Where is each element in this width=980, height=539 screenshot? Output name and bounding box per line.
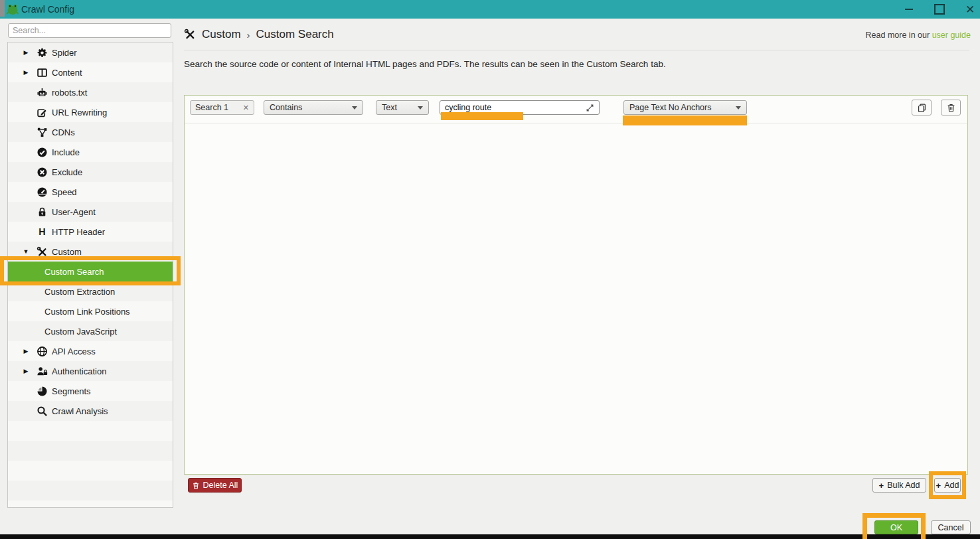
query-input[interactable]: cycling route [440,100,600,115]
plus-icon: + [879,481,884,491]
sidebar-item-segments[interactable]: Segments [8,381,173,401]
sidebar-item-label: Custom [52,247,82,257]
sidebar-item-exclude[interactable]: Exclude [8,162,173,182]
breadcrumb-current: Custom Search [256,28,334,41]
sidebar-item-label: Crawl Analysis [52,406,108,416]
sidebar-empty-row [8,481,173,501]
window-title: Crawl Config [21,0,74,19]
sidebar-item-label: Spider [52,48,77,58]
header-divider [184,50,969,50]
sidebar-item-label: Exclude [52,167,82,177]
operator-select[interactable]: Contains [264,100,363,115]
sidebar-item-label: HTTP Header [52,227,105,237]
tools-icon [37,246,48,258]
sidebar-item-label: Custom Link Positions [44,307,130,317]
sidebar-item-crawl-analysis[interactable]: Crawl Analysis [8,401,173,421]
globe-icon [37,346,48,357]
maximize-button[interactable] [928,0,951,19]
sidebar-item-label: CDNs [52,127,75,137]
close-button[interactable]: ✕ [959,0,980,19]
trash-icon [192,481,200,490]
sidebar-item-spider[interactable]: ▶Spider [8,42,173,62]
user-guide-link[interactable]: user guide [932,31,971,40]
sidebar-empty-row [8,441,173,461]
breadcrumb-parent[interactable]: Custom [202,28,241,41]
type-select[interactable]: Text [376,100,429,115]
sidebar-item-http-header[interactable]: HHTTP Header [8,222,173,242]
chevron-down-icon [736,106,741,110]
ok-button[interactable]: OK [874,520,918,534]
sidebar-item-api-access[interactable]: ▶API Access [8,341,173,361]
sidebar-item-url-rewriting[interactable]: URL Rewriting [8,102,173,122]
add-label: Add [944,481,959,490]
bottom-edge-bar [0,534,980,539]
copy-icon [917,103,927,113]
sidebar-item-custom-search[interactable]: Custom Search [8,262,173,281]
add-button[interactable]: + Add [934,478,961,493]
remove-search-icon[interactable]: ✕ [243,104,249,112]
search-name-label: Search 1 [195,103,228,112]
scope-select[interactable]: Page Text No Anchors [623,100,747,115]
sidebar-item-label: Content [52,68,82,78]
trash-icon [946,103,956,113]
chevron-right-icon[interactable]: ▶ [21,69,31,76]
sidebar-item-user-agent[interactable]: User-Agent [8,202,173,222]
robot-icon [37,87,48,98]
sidebar-item-custom-link-positions[interactable]: Custom Link Positions [8,301,173,321]
app-logo-frog-icon [6,3,19,16]
config-tree: ▶Spider▶Contentrobots.txtURL RewritingCD… [7,42,173,508]
chevron-down-icon [418,106,423,110]
delete-all-button[interactable]: Delete All [188,478,242,493]
title-bar [0,0,980,19]
plus-icon: + [936,481,941,491]
scope-value: Page Text No Anchors [629,103,711,112]
sidebar-item-label: Speed [52,187,77,197]
sidebar-item-label: Authentication [52,366,106,376]
network-icon [37,127,48,138]
sidebar-item-label: User-Agent [52,207,96,217]
sidebar-item-authentication[interactable]: ▶Authentication [8,361,173,381]
breadcrumb: Custom › Custom Search [184,27,334,42]
delete-search-button[interactable] [941,100,961,116]
operator-value: Contains [270,103,302,112]
query-value: cycling route [445,103,491,112]
sidebar-item-cdns[interactable]: CDNs [8,122,173,142]
edit-icon [37,107,48,118]
page-description: Search the source code or content of Int… [184,59,666,69]
chevron-down-icon[interactable]: ▼ [21,248,31,255]
cancel-button[interactable]: Cancel [931,520,971,534]
svg-text:H: H [39,226,45,237]
duplicate-search-button[interactable] [912,100,932,116]
sidebar-item-content[interactable]: ▶Content [8,62,173,82]
sidebar-item-custom-javascript[interactable]: Custom JavaScript [8,321,173,341]
delete-all-label: Delete All [203,481,238,490]
row-separator [185,123,967,123]
search-name-chip[interactable]: Search 1 ✕ [190,100,254,115]
h-icon: H [37,226,48,238]
read-more-text: Read more in our user guide [866,31,971,40]
sidebar-item-robots-txt[interactable]: robots.txt [8,82,173,102]
gear-icon [37,47,48,58]
chevron-down-icon [352,106,357,110]
sidebar-search-input[interactable] [8,23,171,38]
user-lock-icon [37,366,48,377]
sidebar-item-label: URL Rewriting [52,108,107,117]
columns-icon [37,67,48,78]
sidebar-item-speed[interactable]: Speed [8,182,173,202]
bulk-add-button[interactable]: + Bulk Add [872,478,926,493]
chevron-right-icon[interactable]: ▶ [21,368,31,374]
custom-search-panel: Search 1 ✕ Contains Text cycling route P… [184,95,968,475]
chevron-right-icon[interactable]: ▶ [21,348,31,354]
expand-editor-icon[interactable] [586,104,594,112]
maximize-icon [934,4,945,15]
minimize-button[interactable] [898,0,920,19]
tools-icon [184,29,196,40]
sidebar-item-custom-extraction[interactable]: Custom Extraction [8,281,173,301]
sidebar-item-include[interactable]: Include [8,142,173,162]
speedometer-icon [37,187,48,198]
sidebar-item-label: Custom Extraction [44,287,115,297]
sidebar-item-label: robots.txt [52,88,87,98]
breadcrumb-separator: › [247,29,250,40]
sidebar-item-custom[interactable]: ▼Custom [8,242,173,262]
chevron-right-icon[interactable]: ▶ [21,49,31,56]
